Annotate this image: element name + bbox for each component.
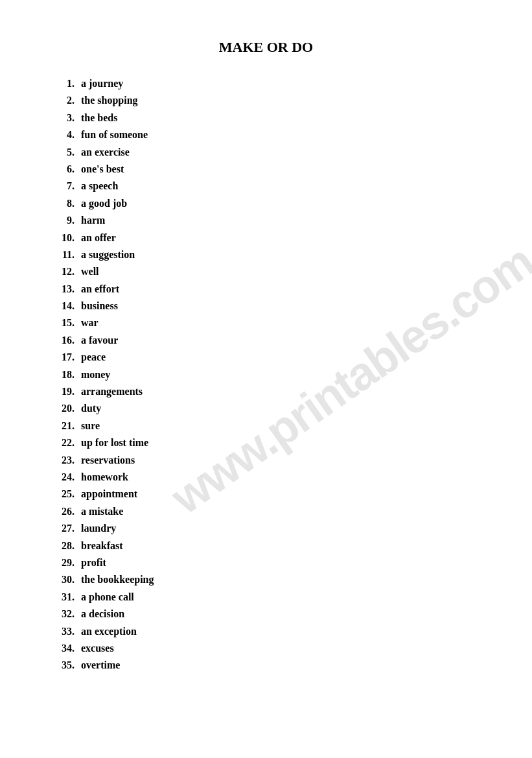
list-item: 20.duty <box>52 400 480 417</box>
item-text: an exercise <box>81 144 480 161</box>
item-number: 22. <box>52 434 81 451</box>
item-text: a decision <box>81 606 480 622</box>
item-number: 35. <box>52 657 81 674</box>
item-text: war <box>81 314 480 331</box>
list-item: 11.a suggestion <box>52 246 480 263</box>
page-title: MAKE OR DO <box>52 39 480 56</box>
item-number: 17. <box>52 349 81 366</box>
list-item: 29.profit <box>52 554 480 571</box>
item-text: the beds <box>81 110 480 126</box>
list-item: 16.a favour <box>52 332 480 349</box>
item-number: 9. <box>52 212 81 229</box>
list-item: 28.breakfast <box>52 538 480 554</box>
item-number: 28. <box>52 538 81 554</box>
list-item: 18.money <box>52 366 480 383</box>
item-number: 11. <box>52 246 81 263</box>
item-number: 27. <box>52 520 81 537</box>
item-text: an effort <box>81 281 480 298</box>
item-number: 29. <box>52 554 81 571</box>
item-text: a favour <box>81 332 480 349</box>
item-text: up for lost time <box>81 434 480 451</box>
item-text: money <box>81 366 480 383</box>
item-text: overtime <box>81 657 480 674</box>
list-item: 14.business <box>52 298 480 314</box>
item-text: peace <box>81 349 480 366</box>
list-item: 34.excuses <box>52 640 480 657</box>
item-number: 1. <box>52 75 81 92</box>
item-text: a good job <box>81 195 480 212</box>
list-item: 13.an effort <box>52 281 480 298</box>
item-text: laundry <box>81 520 480 537</box>
item-number: 8. <box>52 195 81 212</box>
list-item: 30.the bookkeeping <box>52 571 480 588</box>
list-item: 19.arrangements <box>52 383 480 400</box>
item-number: 5. <box>52 144 81 161</box>
item-text: one's best <box>81 161 480 178</box>
list-item: 9.harm <box>52 212 480 229</box>
list-item: 15.war <box>52 314 480 331</box>
item-number: 15. <box>52 314 81 331</box>
item-number: 21. <box>52 418 81 434</box>
item-number: 30. <box>52 571 81 588</box>
item-text: a speech <box>81 178 480 195</box>
list-item: 4.fun of someone <box>52 126 480 143</box>
item-text: duty <box>81 400 480 417</box>
item-number: 24. <box>52 469 81 486</box>
list-item: 24.homework <box>52 469 480 486</box>
item-text: well <box>81 263 480 280</box>
item-text: appointment <box>81 486 480 503</box>
item-number: 16. <box>52 332 81 349</box>
item-text: sure <box>81 418 480 434</box>
item-number: 33. <box>52 623 81 640</box>
item-number: 26. <box>52 503 81 520</box>
item-text: profit <box>81 554 480 571</box>
item-number: 3. <box>52 110 81 126</box>
list-item: 23.reservations <box>52 452 480 469</box>
list-item: 8.a good job <box>52 195 480 212</box>
item-text: a mistake <box>81 503 480 520</box>
list-item: 27.laundry <box>52 520 480 537</box>
item-text: a suggestion <box>81 246 480 263</box>
list-item: 12.well <box>52 263 480 280</box>
item-number: 6. <box>52 161 81 178</box>
item-number: 34. <box>52 640 81 657</box>
item-number: 19. <box>52 383 81 400</box>
item-number: 18. <box>52 366 81 383</box>
item-number: 32. <box>52 606 81 622</box>
item-text: an offer <box>81 230 480 246</box>
item-number: 10. <box>52 230 81 246</box>
exercise-list: 1.a journey2.the shopping3.the beds4.fun… <box>52 75 480 674</box>
item-number: 2. <box>52 92 81 109</box>
list-item: 3.the beds <box>52 110 480 126</box>
item-text: an exception <box>81 623 480 640</box>
item-text: reservations <box>81 452 480 469</box>
item-text: harm <box>81 212 480 229</box>
item-text: the shopping <box>81 92 480 109</box>
item-number: 31. <box>52 589 81 606</box>
list-item: 6.one's best <box>52 161 480 178</box>
item-number: 20. <box>52 400 81 417</box>
item-text: the bookkeeping <box>81 571 480 588</box>
item-number: 14. <box>52 298 81 314</box>
list-item: 7.a speech <box>52 178 480 195</box>
page: www.printables.com MAKE OR DO 1.a journe… <box>0 0 532 758</box>
list-item: 5.an exercise <box>52 144 480 161</box>
item-number: 12. <box>52 263 81 280</box>
item-text: excuses <box>81 640 480 657</box>
item-text: a journey <box>81 75 480 92</box>
list-item: 35.overtime <box>52 657 480 674</box>
list-item: 31.a phone call <box>52 589 480 606</box>
list-item: 25.appointment <box>52 486 480 503</box>
item-number: 23. <box>52 452 81 469</box>
item-number: 13. <box>52 281 81 298</box>
list-item: 22.up for lost time <box>52 434 480 451</box>
item-text: business <box>81 298 480 314</box>
item-text: a phone call <box>81 589 480 606</box>
item-text: arrangements <box>81 383 480 400</box>
item-text: fun of someone <box>81 126 480 143</box>
list-item: 21.sure <box>52 418 480 434</box>
list-item: 1.a journey <box>52 75 480 92</box>
list-item: 2.the shopping <box>52 92 480 109</box>
item-number: 7. <box>52 178 81 195</box>
list-item: 26.a mistake <box>52 503 480 520</box>
